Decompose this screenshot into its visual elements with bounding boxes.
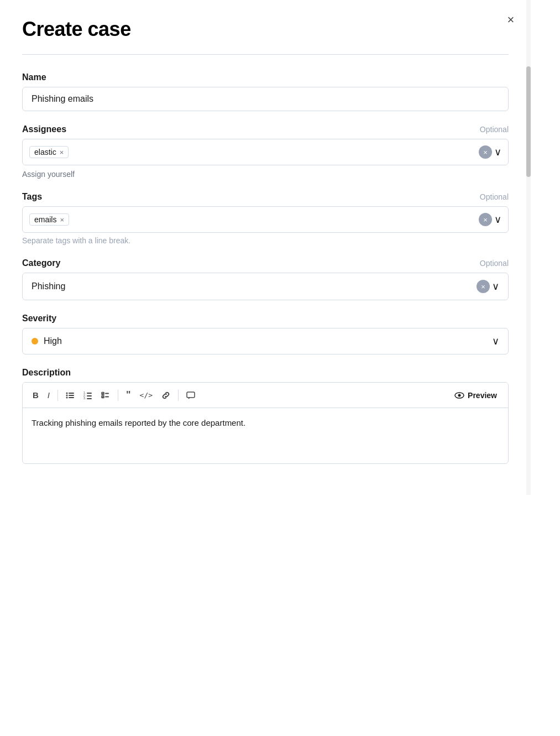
- scrollbar-track: [526, 0, 531, 495]
- close-button[interactable]: ×: [502, 11, 520, 29]
- severity-chevron-icon[interactable]: ∨: [492, 335, 499, 347]
- svg-point-18: [458, 394, 461, 396]
- assign-yourself-link[interactable]: Assign yourself: [22, 170, 509, 179]
- preview-icon: [454, 390, 464, 400]
- link-button[interactable]: [158, 389, 174, 402]
- description-label: Description: [22, 368, 71, 378]
- italic-button[interactable]: I: [44, 388, 53, 402]
- severity-left: High: [32, 336, 62, 346]
- svg-rect-16: [187, 392, 195, 398]
- comment-button[interactable]: [183, 389, 198, 402]
- description-section: Description B I 1.2.3. " </>: [22, 368, 509, 464]
- severity-field-header: Severity: [22, 314, 509, 323]
- tag-remove-emails[interactable]: ×: [60, 216, 64, 223]
- category-value: Phishing: [32, 281, 65, 291]
- page-title: Create case: [22, 18, 509, 41]
- category-section: Category Optional Phishing × ∨: [22, 258, 509, 300]
- tags-combobox[interactable]: emails × × ∨: [22, 206, 509, 233]
- tags-helper-text: Separate tags with a line break.: [22, 236, 509, 245]
- svg-rect-7: [87, 393, 92, 394]
- severity-value: High: [44, 336, 62, 346]
- rich-text-container: B I 1.2.3. " </>: [22, 382, 509, 464]
- tag-badge-emails[interactable]: emails ×: [29, 213, 69, 226]
- svg-rect-1: [69, 393, 74, 394]
- task-list-button[interactable]: [98, 389, 113, 402]
- category-field-header: Category Optional: [22, 258, 509, 268]
- code-button[interactable]: </>: [137, 389, 156, 401]
- toolbar-sep-1: [57, 390, 58, 401]
- toolbar-sep-3: [178, 390, 179, 401]
- name-section: Name: [22, 72, 509, 111]
- category-controls: × ∨: [477, 280, 499, 293]
- name-input[interactable]: [22, 87, 509, 111]
- svg-point-4: [66, 396, 68, 398]
- description-editor[interactable]: Tracking phishing emails reported by the…: [23, 408, 508, 463]
- category-select[interactable]: Phishing × ∨: [22, 273, 509, 300]
- toolbar: B I 1.2.3. " </>: [23, 383, 508, 408]
- quote-button[interactable]: ": [123, 387, 134, 403]
- severity-dot: [32, 338, 38, 344]
- assignee-tag-label: elastic: [34, 148, 56, 156]
- assignee-tag-elastic[interactable]: elastic ×: [29, 146, 69, 158]
- svg-rect-15: [105, 396, 109, 397]
- modal-container: × Create case Name Assignees Optional el…: [0, 0, 531, 495]
- assignees-optional: Optional: [480, 125, 509, 134]
- svg-rect-11: [87, 398, 92, 399]
- tag-badge-label: emails: [34, 215, 56, 224]
- description-field-header: Description: [22, 368, 509, 378]
- form-divider: [22, 54, 509, 55]
- preview-label: Preview: [468, 391, 497, 400]
- tags-combobox-controls: × ∨: [479, 213, 501, 226]
- assignees-combobox[interactable]: elastic × × ∨: [22, 139, 509, 165]
- assignees-clear-x: ×: [483, 148, 488, 156]
- tags-tags-container: emails ×: [29, 213, 479, 226]
- category-clear-x: ×: [481, 283, 485, 291]
- assignees-tags-container: elastic ×: [29, 146, 479, 158]
- svg-rect-9: [87, 395, 92, 396]
- svg-rect-14: [105, 393, 109, 394]
- assignees-chevron-icon[interactable]: ∨: [494, 146, 501, 158]
- tags-section: Tags Optional emails × × ∨ Separate tags…: [22, 192, 509, 245]
- assignee-tag-remove-elastic[interactable]: ×: [60, 149, 64, 156]
- preview-button[interactable]: Preview: [450, 388, 501, 403]
- svg-rect-5: [69, 397, 74, 398]
- name-label: Name: [22, 72, 46, 82]
- tags-optional: Optional: [480, 192, 509, 201]
- assignees-section: Assignees Optional elastic × × ∨ Assign …: [22, 124, 509, 179]
- svg-point-0: [66, 392, 68, 394]
- svg-point-2: [66, 394, 68, 396]
- category-optional: Optional: [480, 259, 509, 268]
- tags-chevron-icon[interactable]: ∨: [494, 213, 501, 226]
- severity-label: Severity: [22, 314, 56, 323]
- category-clear-icon[interactable]: ×: [477, 280, 490, 293]
- unordered-list-button[interactable]: [62, 389, 78, 402]
- assignees-label: Assignees: [22, 124, 66, 134]
- assignees-field-header: Assignees Optional: [22, 124, 509, 134]
- severity-section: Severity High ∨: [22, 314, 509, 354]
- tags-clear-icon[interactable]: ×: [479, 213, 492, 226]
- svg-text:3.: 3.: [83, 396, 86, 400]
- toolbar-sep-2: [118, 390, 118, 401]
- ordered-list-button[interactable]: 1.2.3.: [80, 389, 96, 402]
- category-label: Category: [22, 258, 60, 268]
- name-field-header: Name: [22, 72, 509, 82]
- assignees-combobox-controls: × ∨: [479, 145, 501, 159]
- scrollbar-thumb[interactable]: [526, 66, 531, 177]
- tags-field-header: Tags Optional: [22, 192, 509, 202]
- close-icon: ×: [507, 14, 515, 26]
- description-content: Tracking phishing emails reported by the…: [32, 418, 245, 427]
- bold-button[interactable]: B: [29, 388, 42, 402]
- assignees-clear-icon[interactable]: ×: [479, 145, 492, 159]
- svg-rect-3: [69, 395, 74, 396]
- tags-clear-x: ×: [483, 216, 488, 224]
- tags-label: Tags: [22, 192, 42, 202]
- category-chevron-icon[interactable]: ∨: [492, 280, 499, 293]
- severity-select[interactable]: High ∨: [22, 328, 509, 354]
